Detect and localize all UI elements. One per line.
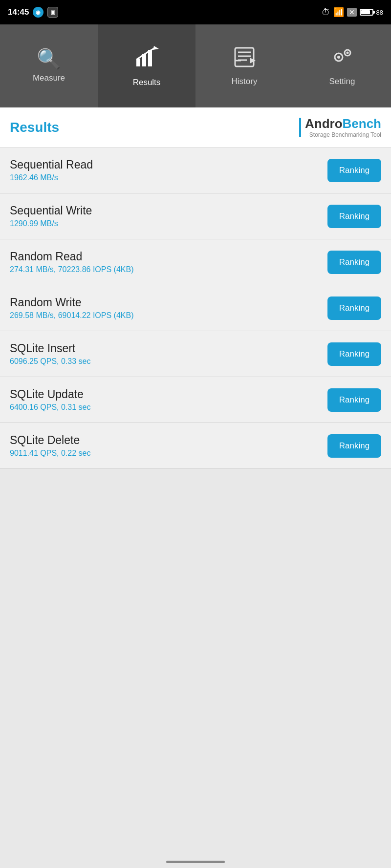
result-info-4: SQLite Insert 6096.25 QPS, 0.33 sec (10, 342, 327, 366)
brand-subtitle: Storage Benchmarking Tool (309, 131, 381, 138)
ranking-button-0[interactable]: Ranking (327, 159, 381, 182)
results-icon (134, 45, 159, 73)
result-info-1: Sequential Write 1290.99 MB/s (10, 204, 327, 228)
brand-bar (299, 118, 301, 137)
tab-setting[interactable]: Setting (293, 24, 391, 107)
history-icon (233, 46, 256, 72)
result-name-5: SQLite Update (10, 388, 327, 401)
result-name-4: SQLite Insert (10, 342, 327, 355)
result-name-1: Sequential Write (10, 204, 327, 217)
status-bar: 14:45 ◉ ▣ ⏱ 📶 ✕ 88 (0, 0, 391, 24)
tab-setting-label: Setting (329, 77, 355, 86)
result-value-4: 6096.25 QPS, 0.33 sec (10, 357, 327, 366)
page-title: Results (10, 120, 59, 135)
result-info-5: SQLite Update 6400.16 QPS, 0.31 sec (10, 388, 327, 412)
svg-marker-8 (250, 58, 256, 64)
brand-name: AndroBench (305, 116, 381, 131)
tab-history[interactable]: History (196, 24, 293, 107)
speedometer-icon: ⏱ (322, 7, 330, 18)
result-item-sqlite-delete: SQLite Delete 9011.41 QPS, 0.22 sec Rank… (0, 423, 391, 469)
result-item-sequential-read: Sequential Read 1962.46 MB/s Ranking (0, 148, 391, 193)
result-name-2: Random Read (10, 250, 327, 263)
battery-level: 88 (376, 9, 383, 16)
result-info-3: Random Write 269.58 MB/s, 69014.22 IOPS … (10, 296, 327, 320)
result-value-3: 269.58 MB/s, 69014.22 IOPS (4KB) (10, 311, 327, 320)
ranking-button-5[interactable]: Ranking (327, 388, 381, 412)
tab-measure[interactable]: 🔍 Measure (0, 24, 98, 107)
status-left: 14:45 ◉ ▣ (8, 7, 58, 18)
sim-icon: ▣ (47, 7, 58, 18)
battery-indicator: 88 (360, 9, 383, 16)
bottom-area (0, 469, 391, 664)
ranking-button-4[interactable]: Ranking (327, 342, 381, 366)
result-value-0: 1962.46 MB/s (10, 173, 327, 182)
status-time: 14:45 (8, 7, 29, 17)
measure-icon: 🔍 (37, 49, 61, 68)
x-icon: ✕ (347, 8, 357, 17)
result-info-0: Sequential Read 1962.46 MB/s (10, 158, 327, 182)
result-value-2: 274.31 MB/s, 70223.86 IOPS (4KB) (10, 265, 327, 274)
svg-rect-2 (148, 50, 152, 66)
ranking-button-1[interactable]: Ranking (327, 205, 381, 228)
page-header: Results AndroBench Storage Benchmarking … (0, 107, 391, 148)
result-item-sequential-write: Sequential Write 1290.99 MB/s Ranking (0, 193, 391, 239)
result-name-0: Sequential Read (10, 158, 327, 171)
result-name-3: Random Write (10, 296, 327, 309)
brand-logo: AndroBench Storage Benchmarking Tool (299, 116, 381, 138)
svg-point-11 (337, 56, 340, 59)
tab-results[interactable]: Results (98, 24, 196, 107)
result-value-1: 1290.99 MB/s (10, 219, 327, 228)
status-right: ⏱ 📶 ✕ 88 (322, 7, 383, 18)
result-item-random-read: Random Read 274.31 MB/s, 70223.86 IOPS (… (0, 239, 391, 285)
result-item-random-write: Random Write 269.58 MB/s, 69014.22 IOPS … (0, 285, 391, 331)
data-icon: ◉ (33, 7, 43, 18)
result-info-2: Random Read 274.31 MB/s, 70223.86 IOPS (… (10, 250, 327, 274)
svg-point-13 (347, 51, 349, 54)
tab-results-label: Results (133, 78, 161, 87)
result-item-sqlite-update: SQLite Update 6400.16 QPS, 0.31 sec Rank… (0, 377, 391, 423)
svg-rect-4 (235, 48, 254, 66)
svg-marker-3 (153, 46, 159, 50)
result-value-6: 9011.41 QPS, 0.22 sec (10, 449, 327, 458)
brand-info: AndroBench Storage Benchmarking Tool (305, 116, 381, 138)
tab-history-label: History (232, 77, 258, 86)
bottom-handle (166, 861, 225, 863)
ranking-button-2[interactable]: Ranking (327, 251, 381, 274)
tab-measure-label: Measure (33, 73, 65, 83)
result-item-sqlite-insert: SQLite Insert 6096.25 QPS, 0.33 sec Rank… (0, 331, 391, 377)
result-value-5: 6400.16 QPS, 0.31 sec (10, 403, 327, 412)
results-list: Sequential Read 1962.46 MB/s Ranking Seq… (0, 148, 391, 469)
ranking-button-6[interactable]: Ranking (327, 434, 381, 458)
result-info-6: SQLite Delete 9011.41 QPS, 0.22 sec (10, 434, 327, 458)
ranking-button-3[interactable]: Ranking (327, 296, 381, 320)
result-name-6: SQLite Delete (10, 434, 327, 447)
nav-tabs: 🔍 Measure Results History (0, 24, 391, 107)
wifi-icon: 📶 (333, 7, 344, 18)
setting-icon (330, 46, 354, 72)
